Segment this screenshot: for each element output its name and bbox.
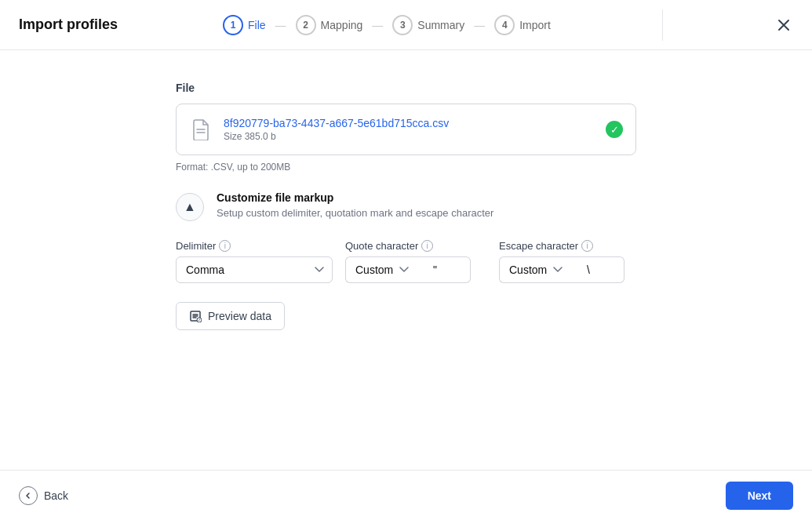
separator-3: — bbox=[474, 19, 485, 31]
header-divider bbox=[662, 9, 663, 41]
step-2-label: Mapping bbox=[321, 19, 363, 31]
customize-toggle-button[interactable]: ▲ bbox=[176, 193, 204, 221]
delimiter-label: Delimiter i bbox=[176, 240, 333, 252]
back-label: Back bbox=[44, 489, 68, 502]
escape-character-select[interactable]: Custom bbox=[499, 256, 577, 283]
escape-character-label: Escape character i bbox=[499, 240, 656, 252]
quote-character-field-group: Quote character i Custom bbox=[345, 240, 486, 283]
preview-icon bbox=[189, 310, 202, 322]
header: Import profiles 1 File — 2 Mapping — 3 S… bbox=[0, 0, 812, 50]
back-button[interactable]: Back bbox=[19, 486, 68, 505]
step-3-label: Summary bbox=[417, 19, 464, 31]
delimiter-chevron-icon bbox=[315, 267, 324, 273]
escape-character-field-group: Escape character i Custom bbox=[499, 240, 656, 283]
step-1-label: File bbox=[248, 19, 266, 31]
escape-character-select-value: Custom bbox=[509, 264, 547, 276]
escape-character-input-group: Custom bbox=[499, 256, 656, 283]
page-title: Import profiles bbox=[19, 16, 118, 33]
quote-character-text-input[interactable] bbox=[424, 256, 471, 283]
separator-1: — bbox=[275, 19, 286, 31]
quote-info-icon: i bbox=[421, 240, 433, 252]
step-2-circle: 2 bbox=[296, 15, 316, 35]
format-hint: Format: .CSV, up to 200MB bbox=[176, 162, 636, 173]
fields-row: Delimiter i Comma Quote character i Cust… bbox=[176, 240, 636, 283]
step-3: 3 Summary bbox=[392, 15, 464, 35]
close-button[interactable] bbox=[774, 16, 793, 35]
customize-description: Setup custom delimiter, quotation mark a… bbox=[217, 207, 493, 219]
quote-character-label: Quote character i bbox=[345, 240, 486, 252]
step-2: 2 Mapping bbox=[296, 15, 363, 35]
stepper: 1 File — 2 Mapping — 3 Summary — 4 Impor… bbox=[223, 15, 551, 35]
customize-section: ▲ Customize file markup Setup custom del… bbox=[176, 191, 636, 221]
quote-character-input-group: Custom bbox=[345, 256, 486, 283]
quote-chevron-icon bbox=[399, 267, 409, 273]
step-1-circle: 1 bbox=[223, 15, 243, 35]
next-button[interactable]: Next bbox=[726, 482, 793, 510]
step-4-label: Import bbox=[519, 19, 551, 31]
file-box: 8f920779-ba73-4437-a667-5e61bd715cca.csv… bbox=[176, 104, 636, 155]
file-icon bbox=[189, 117, 214, 142]
step-1: 1 File bbox=[223, 15, 266, 35]
step-3-circle: 3 bbox=[392, 15, 413, 35]
back-circle-icon bbox=[19, 486, 38, 505]
close-icon bbox=[777, 19, 790, 31]
escape-chevron-icon bbox=[553, 267, 563, 273]
back-arrow-icon bbox=[24, 492, 32, 500]
escape-character-text-input[interactable] bbox=[577, 256, 624, 283]
delimiter-value: Comma bbox=[186, 264, 308, 276]
customize-title: Customize file markup bbox=[217, 191, 493, 204]
main-content: File 8f920779-ba73-4437-a667-5e61bd715cc… bbox=[0, 50, 812, 470]
file-info: 8f920779-ba73-4437-a667-5e61bd715cca.csv… bbox=[189, 117, 449, 142]
preview-data-label: Preview data bbox=[208, 310, 271, 322]
preview-data-button[interactable]: Preview data bbox=[176, 302, 285, 330]
step-4-circle: 4 bbox=[494, 15, 515, 35]
quote-character-select[interactable]: Custom bbox=[345, 256, 424, 283]
delimiter-info-icon: i bbox=[219, 240, 231, 252]
escape-info-icon: i bbox=[581, 240, 593, 252]
file-details: 8f920779-ba73-4437-a667-5e61bd715cca.csv… bbox=[224, 117, 449, 142]
customize-text: Customize file markup Setup custom delim… bbox=[217, 191, 493, 219]
delimiter-select[interactable]: Comma bbox=[176, 256, 333, 283]
file-check-icon: ✓ bbox=[606, 121, 623, 138]
chevron-up-icon: ▲ bbox=[184, 200, 196, 214]
quote-character-select-value: Custom bbox=[355, 264, 393, 276]
file-name: 8f920779-ba73-4437-a667-5e61bd715cca.csv bbox=[224, 117, 449, 129]
next-label: Next bbox=[748, 489, 771, 502]
separator-2: — bbox=[372, 19, 383, 31]
file-size: Size 385.0 b bbox=[224, 131, 449, 142]
footer: Back Next bbox=[0, 470, 812, 520]
step-4: 4 Import bbox=[494, 15, 551, 35]
file-section-label: File bbox=[176, 82, 636, 94]
delimiter-field-group: Delimiter i Comma bbox=[176, 240, 333, 283]
